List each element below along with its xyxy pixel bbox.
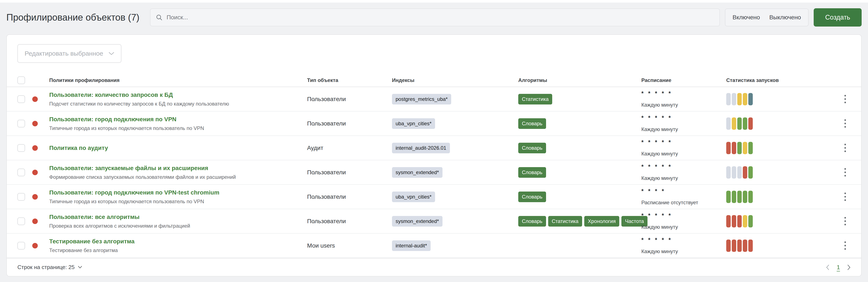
- schedule-label: Каждую минуту: [641, 249, 726, 254]
- search-input[interactable]: [166, 14, 714, 21]
- object-type-cell: Мои users: [307, 242, 392, 249]
- schedule-cell: * * * * * Каждую минуту: [641, 139, 726, 157]
- algorithms-cell: Словарь: [518, 118, 641, 129]
- table-row: Тестирование без алгоритма Тестирование …: [7, 233, 861, 258]
- row-menu-button[interactable]: [840, 92, 850, 107]
- cron-expression: * * * * *: [641, 139, 726, 146]
- algorithm-chip: Словарь: [518, 167, 546, 178]
- search-box[interactable]: [150, 8, 720, 26]
- run-stats-cell: [726, 117, 837, 130]
- column-header-object-type: Тип объекта: [307, 77, 392, 83]
- run-status-block: [732, 191, 736, 203]
- row-menu-button[interactable]: [840, 238, 850, 253]
- table-header-row: Политики профилирования Тип объекта Инде…: [7, 74, 861, 87]
- row-checkbox[interactable]: [18, 144, 25, 152]
- policy-subtitle: Типичные города из которых подключается …: [49, 199, 301, 204]
- row-checkbox[interactable]: [18, 218, 25, 225]
- cron-expression: * * * * *: [641, 213, 726, 219]
- edit-selected-button[interactable]: Редактировать выбранное: [18, 44, 121, 63]
- run-status-block: [737, 239, 742, 252]
- row-checkbox[interactable]: [18, 169, 25, 176]
- run-status-block: [726, 142, 731, 154]
- schedule-cell: * * * * * Каждую минуту: [641, 164, 726, 181]
- rows-per-page-select[interactable]: Строк на странице: 25: [18, 264, 82, 271]
- schedule-cell: * * * * * Каждую минуту: [641, 115, 726, 132]
- policy-subtitle: Подсчет статистики по количеству запросо…: [49, 101, 301, 107]
- policy-title-link[interactable]: Пользователи: город подключения по VPN: [49, 116, 301, 123]
- edit-selected-label: Редактировать выбранное: [25, 50, 103, 57]
- index-chip: sysmon_extended*: [392, 216, 442, 227]
- run-stats-cell: [726, 191, 837, 203]
- run-status-block: [743, 239, 747, 252]
- policy-cell: Пользователи: запускаемые файлы и их рас…: [49, 165, 307, 180]
- table-row: Пользователи: запускаемые файлы и их рас…: [7, 160, 861, 185]
- select-all-checkbox[interactable]: [18, 77, 25, 84]
- policy-title-link[interactable]: Политика по аудиту: [49, 145, 301, 151]
- policy-title-link[interactable]: Пользователи: город подключения по VPN-t…: [49, 189, 301, 196]
- row-checkbox[interactable]: [18, 242, 25, 250]
- status-filter-group: Включено Выключено: [725, 8, 809, 26]
- run-status-block: [748, 93, 753, 105]
- row-menu-button[interactable]: [840, 214, 850, 229]
- policy-title-link[interactable]: Пользователи: все алгоритмы: [49, 214, 301, 220]
- status-dot: [32, 219, 38, 224]
- status-dot: [32, 145, 38, 151]
- policy-title-link[interactable]: Пользователи: количество запросов к БД: [49, 91, 301, 98]
- run-status-block: [748, 117, 753, 130]
- run-status-block: [732, 239, 736, 252]
- kebab-icon: [844, 248, 846, 250]
- run-status-block: [737, 117, 742, 130]
- row-menu-button[interactable]: [840, 190, 850, 204]
- previous-page-button[interactable]: [826, 264, 829, 270]
- next-page-button[interactable]: [847, 264, 850, 270]
- policies-table: Политики профилирования Тип объекта Инде…: [7, 74, 861, 258]
- run-status-block: [748, 215, 753, 227]
- row-checkbox[interactable]: [18, 193, 25, 201]
- create-button[interactable]: Создать: [814, 8, 862, 27]
- run-status-block: [726, 93, 731, 105]
- kebab-icon: [844, 175, 846, 176]
- algorithms-cell: Словарь: [518, 192, 641, 202]
- schedule-cell: * * * * * Каждую минуту: [641, 213, 726, 230]
- kebab-icon: [844, 196, 846, 197]
- policy-subtitle: Формирование списка запускаемых пользова…: [49, 174, 301, 180]
- algorithms-cell: Словарь: [518, 167, 641, 178]
- algorithms-cell: Статистика: [518, 94, 641, 105]
- policy-title-link[interactable]: Тестирование без алгоритма: [49, 238, 301, 245]
- card-toolbar: Редактировать выбранное: [7, 35, 861, 63]
- filter-disabled-button[interactable]: Выключено: [769, 14, 801, 21]
- run-status-block: [748, 142, 753, 154]
- row-checkbox[interactable]: [18, 95, 25, 103]
- row-menu-button[interactable]: [840, 165, 850, 180]
- row-menu-button[interactable]: [840, 141, 850, 156]
- object-type-cell: Пользователи: [307, 120, 392, 127]
- run-status-block: [748, 166, 753, 178]
- cron-expression: * * * * *: [641, 115, 726, 121]
- run-status-block: [737, 191, 742, 203]
- cron-expression: * * * * *: [641, 90, 726, 97]
- schedule-cell: * * * * * Каждую минуту: [641, 90, 726, 108]
- chevron-right-icon: [847, 264, 850, 270]
- object-type-cell: Пользователи: [307, 96, 392, 103]
- run-status-block: [737, 142, 742, 154]
- algorithm-chip: Статистика: [548, 216, 582, 227]
- run-status-block: [732, 93, 736, 105]
- policies-card: Редактировать выбранное Политики профили…: [6, 34, 862, 277]
- column-header-run-stats: Статистика запусков: [726, 77, 837, 83]
- schedule-label: Каждую минуту: [641, 126, 726, 132]
- cron-expression: * * * *: [641, 188, 726, 195]
- column-header-schedule: Расписание: [641, 77, 726, 83]
- page-number[interactable]: 1: [837, 264, 840, 271]
- run-stats-cell: [726, 142, 837, 154]
- row-menu-button[interactable]: [840, 116, 850, 131]
- run-status-block: [743, 93, 747, 105]
- index-chip: postgres_metrics_uba*: [392, 94, 451, 105]
- policy-cell: Пользователи: город подключения по VPN-t…: [49, 189, 307, 204]
- row-checkbox[interactable]: [18, 120, 25, 128]
- policy-title-link[interactable]: Пользователи: запускаемые файлы и их рас…: [49, 165, 301, 172]
- kebab-icon: [844, 193, 846, 194]
- filter-enabled-button[interactable]: Включено: [733, 14, 760, 21]
- algorithm-chip: Словарь: [518, 118, 546, 129]
- table-row: Политика по аудиту Аудит internal_audit-…: [7, 136, 861, 160]
- run-status-block: [732, 166, 736, 178]
